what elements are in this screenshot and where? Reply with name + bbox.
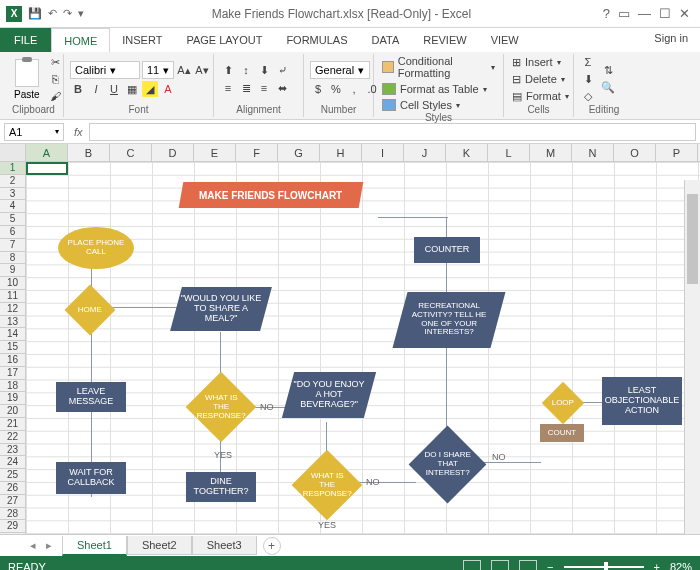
row-header[interactable]: 24 bbox=[0, 456, 25, 469]
tab-review[interactable]: REVIEW bbox=[411, 28, 478, 52]
shape-least-objectionable[interactable]: LEAST OBJECTIONABLE ACTION bbox=[602, 377, 682, 425]
row-header[interactable]: 10 bbox=[0, 277, 25, 290]
row-header[interactable]: 16 bbox=[0, 354, 25, 367]
shape-counter[interactable]: COUNTER bbox=[414, 237, 480, 263]
align-top-icon[interactable]: ⬆ bbox=[220, 62, 236, 78]
shape-response-1[interactable]: WHAT IS THE RESPONSE? bbox=[186, 372, 257, 443]
shape-count[interactable]: COUNT bbox=[540, 424, 584, 442]
copy-icon[interactable]: ⎘ bbox=[48, 71, 64, 87]
col-header[interactable]: I bbox=[362, 144, 404, 161]
view-page-layout-icon[interactable] bbox=[491, 560, 509, 570]
shape-start[interactable]: PLACE PHONE CALL bbox=[58, 227, 134, 269]
wrap-text-icon[interactable]: ⤶ bbox=[274, 62, 290, 78]
shape-share-interest[interactable]: DO I SHARE THAT INTEREST? bbox=[409, 426, 487, 504]
shape-loop[interactable]: LOOP bbox=[542, 382, 584, 424]
row-header[interactable]: 1 bbox=[0, 162, 25, 175]
tab-view[interactable]: VIEW bbox=[479, 28, 531, 52]
row-header[interactable]: 8 bbox=[0, 252, 25, 265]
tab-file[interactable]: FILE bbox=[0, 28, 51, 52]
col-header[interactable]: H bbox=[320, 144, 362, 161]
col-header[interactable]: M bbox=[530, 144, 572, 161]
sheet-nav-right-icon[interactable]: ▸ bbox=[46, 539, 52, 552]
row-header[interactable]: 9 bbox=[0, 264, 25, 277]
zoom-level[interactable]: 82% bbox=[670, 561, 692, 570]
redo-icon[interactable]: ↷ bbox=[63, 7, 72, 20]
row-header[interactable]: 13 bbox=[0, 316, 25, 329]
sheet-tab-3[interactable]: Sheet3 bbox=[192, 536, 257, 555]
font-color-button[interactable]: A bbox=[160, 81, 176, 97]
col-header[interactable]: A bbox=[26, 144, 68, 161]
shape-recreational[interactable]: RECREATIONAL ACTIVITY? TELL HE ONE OF YO… bbox=[392, 292, 505, 348]
row-header[interactable]: 6 bbox=[0, 226, 25, 239]
shape-leave-message[interactable]: LEAVE MESSAGE bbox=[56, 382, 126, 412]
tab-data[interactable]: DATA bbox=[360, 28, 412, 52]
qat-dropdown-icon[interactable]: ▾ bbox=[78, 7, 84, 20]
row-header[interactable]: 17 bbox=[0, 367, 25, 380]
col-header[interactable]: E bbox=[194, 144, 236, 161]
vertical-scrollbar[interactable] bbox=[684, 180, 700, 534]
shape-dine-together[interactable]: DINE TOGETHER? bbox=[186, 472, 256, 502]
clear-icon[interactable]: ◇ bbox=[580, 88, 596, 104]
align-left-icon[interactable]: ≡ bbox=[220, 80, 236, 96]
add-sheet-button[interactable]: + bbox=[263, 537, 281, 555]
tab-page-layout[interactable]: PAGE LAYOUT bbox=[174, 28, 274, 52]
col-header[interactable]: F bbox=[236, 144, 278, 161]
row-header[interactable]: 14 bbox=[0, 328, 25, 341]
row-header[interactable]: 12 bbox=[0, 303, 25, 316]
sort-filter-icon[interactable]: ⇅ bbox=[600, 63, 616, 79]
number-format-dropdown[interactable]: General▾ bbox=[310, 61, 370, 79]
col-header[interactable]: O bbox=[614, 144, 656, 161]
col-header[interactable]: B bbox=[68, 144, 110, 161]
col-header[interactable]: C bbox=[110, 144, 152, 161]
minimize-icon[interactable]: — bbox=[638, 6, 651, 21]
formula-input[interactable] bbox=[89, 123, 696, 141]
font-name-dropdown[interactable]: Calibri▾ bbox=[70, 61, 140, 79]
align-middle-icon[interactable]: ↕ bbox=[238, 62, 254, 78]
shape-share-meal[interactable]: "WOULD YOU LIKE TO SHARE A MEAL?" bbox=[170, 287, 272, 331]
sheet-tab-2[interactable]: Sheet2 bbox=[127, 536, 192, 555]
row-header[interactable]: 15 bbox=[0, 341, 25, 354]
undo-icon[interactable]: ↶ bbox=[48, 7, 57, 20]
row-header[interactable]: 5 bbox=[0, 213, 25, 226]
row-header[interactable]: 20 bbox=[0, 405, 25, 418]
font-size-dropdown[interactable]: 11▾ bbox=[142, 61, 174, 79]
percent-icon[interactable]: % bbox=[328, 81, 344, 97]
maximize-icon[interactable]: ☐ bbox=[659, 6, 671, 21]
row-header[interactable]: 26 bbox=[0, 482, 25, 495]
tab-formulas[interactable]: FORMULAS bbox=[274, 28, 359, 52]
col-header[interactable]: D bbox=[152, 144, 194, 161]
format-cells-button[interactable]: ▤Format▾ bbox=[510, 89, 571, 104]
format-painter-icon[interactable]: 🖌 bbox=[48, 88, 64, 104]
sign-in-link[interactable]: Sign in bbox=[642, 28, 700, 52]
scroll-thumb[interactable] bbox=[687, 194, 698, 284]
zoom-in-button[interactable]: + bbox=[654, 561, 660, 570]
merge-icon[interactable]: ⬌ bbox=[274, 80, 290, 96]
fill-color-button[interactable]: ◢ bbox=[142, 81, 158, 97]
bold-button[interactable]: B bbox=[70, 81, 86, 97]
italic-button[interactable]: I bbox=[88, 81, 104, 97]
zoom-slider[interactable] bbox=[564, 566, 644, 568]
shape-hot-beverage[interactable]: "DO YOU ENJOY A HOT BEVERAGE?" bbox=[282, 372, 376, 418]
cell-grid[interactable]: MAKE FRIENDS FLOWCHART PLACE PHONE CALL … bbox=[26, 162, 700, 534]
row-header[interactable]: 23 bbox=[0, 444, 25, 457]
border-button[interactable]: ▦ bbox=[124, 81, 140, 97]
row-header[interactable]: 4 bbox=[0, 200, 25, 213]
conditional-formatting-button[interactable]: Conditional Formatting▾ bbox=[380, 54, 497, 80]
shape-response-2[interactable]: WHAT IS THE RESPONSE? bbox=[292, 450, 363, 521]
row-header[interactable]: 29 bbox=[0, 520, 25, 533]
col-header[interactable]: N bbox=[572, 144, 614, 161]
shape-home[interactable]: HOME bbox=[65, 285, 116, 336]
decrease-font-icon[interactable]: A▾ bbox=[194, 62, 210, 78]
shape-wait-callback[interactable]: WAIT FOR CALLBACK bbox=[56, 462, 126, 494]
zoom-out-button[interactable]: − bbox=[547, 561, 553, 570]
view-page-break-icon[interactable] bbox=[519, 560, 537, 570]
view-normal-icon[interactable] bbox=[463, 560, 481, 570]
comma-icon[interactable]: , bbox=[346, 81, 362, 97]
underline-button[interactable]: U bbox=[106, 81, 122, 97]
find-select-icon[interactable]: 🔍 bbox=[600, 80, 616, 96]
cell-styles-button[interactable]: Cell Styles▾ bbox=[380, 98, 497, 112]
close-icon[interactable]: ✕ bbox=[679, 6, 690, 21]
align-center-icon[interactable]: ≣ bbox=[238, 80, 254, 96]
col-header[interactable]: P bbox=[656, 144, 698, 161]
row-header[interactable]: 28 bbox=[0, 508, 25, 521]
